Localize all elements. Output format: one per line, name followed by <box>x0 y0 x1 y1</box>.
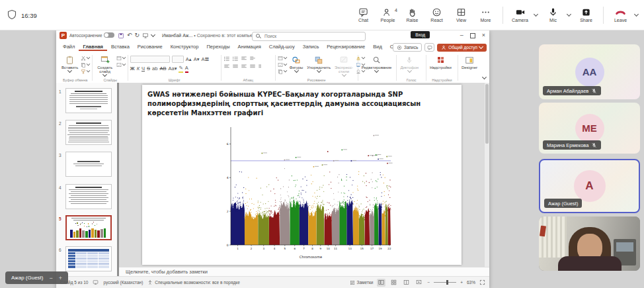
ribbon-tab-animations[interactable]: Анимация <box>234 42 265 51</box>
start-slideshow-icon[interactable] <box>142 32 149 39</box>
arrange-button[interactable]: Упорядочить <box>305 54 332 77</box>
teams-camera-chevron[interactable] <box>532 5 539 25</box>
align-left-button[interactable] <box>223 64 230 70</box>
teams-leave-button[interactable]: Leave <box>608 5 633 24</box>
align-center-button[interactable] <box>232 64 239 70</box>
teams-leave-chevron[interactable] <box>633 5 639 25</box>
slide-thumbnail-2[interactable] <box>65 120 112 145</box>
autosave-toggle[interactable] <box>104 32 114 38</box>
notes-area[interactable]: Щелкните, чтобы добавить заметки <box>119 267 489 276</box>
search-box[interactable] <box>252 32 366 41</box>
align-right-button[interactable] <box>241 64 247 70</box>
numbering-button[interactable] <box>232 56 239 62</box>
slideshow-view-button[interactable] <box>415 279 423 287</box>
change-case-button[interactable]: Аа▾ <box>168 66 177 72</box>
slide-sorter-view-button[interactable] <box>389 279 398 287</box>
teams-people-button[interactable]: People4 <box>376 5 400 24</box>
slide-thumbnail-3[interactable] <box>65 152 112 177</box>
comments-button[interactable] <box>424 43 434 52</box>
dictate-button[interactable]: Диктофон <box>399 54 420 77</box>
quick-styles-button[interactable]: Экспресс-стили <box>333 54 354 77</box>
clear-formatting-button[interactable]: A𝌆 <box>201 56 209 63</box>
paste-button[interactable]: Вставить <box>60 54 79 77</box>
teams-mic-button[interactable]: Mic <box>541 5 565 24</box>
ribbon-tab-draw[interactable]: Рисование <box>134 42 167 51</box>
layout-button[interactable] <box>116 56 126 61</box>
copy-button[interactable] <box>81 62 90 68</box>
teams-raise-button[interactable]: Raise <box>400 5 424 24</box>
ribbon-tab-transitions[interactable]: Переходы <box>202 42 233 51</box>
undo-icon[interactable]: ↶ <box>127 31 132 40</box>
zoom-out-control[interactable]: − <box>49 275 52 281</box>
normal-view-button[interactable] <box>377 279 385 287</box>
character-spacing-button[interactable]: АВ <box>159 66 166 72</box>
zoom-slider[interactable] <box>434 282 456 283</box>
close-button[interactable]: × <box>482 31 485 40</box>
ribbon-tab-review[interactable]: Рецензирование <box>323 42 369 51</box>
text-shadow-button[interactable]: ab <box>152 66 157 72</box>
document-title[interactable]: Иманбай Аж... • Сохранено в: этот компью… <box>162 33 265 38</box>
reset-button[interactable] <box>278 62 287 68</box>
ribbon-tab-home[interactable]: Главная <box>79 42 107 51</box>
teams-mic-chevron[interactable] <box>565 5 572 25</box>
designer-button[interactable]: Designer <box>460 54 479 77</box>
ribbon-tab-file[interactable]: Файл <box>59 42 79 51</box>
teams-more-button[interactable]: More <box>473 5 498 24</box>
grow-font-button[interactable]: A▴ <box>186 56 192 63</box>
teams-share-button[interactable]: Share <box>574 5 598 24</box>
ribbon-tab-design[interactable]: Конструктор <box>167 42 203 51</box>
fit-to-window-icon[interactable] <box>479 279 485 285</box>
slide-thumbnail-6[interactable] <box>65 246 112 271</box>
copy-button[interactable] <box>278 69 287 74</box>
canvas-scrollbar[interactable] <box>485 83 489 267</box>
zoom-in-button[interactable]: + <box>460 280 463 285</box>
participant-tile-3[interactable]: ААжар (Guest) <box>539 159 640 213</box>
collapse-ribbon-chevron[interactable] <box>483 70 486 81</box>
bold-button[interactable]: Ж <box>130 66 135 72</box>
language-indicator[interactable]: русский (Казахстан) <box>103 280 143 285</box>
reset-button[interactable] <box>116 62 126 68</box>
strikethrough-button[interactable]: S <box>147 66 150 72</box>
font-color-button[interactable]: А <box>185 65 188 73</box>
qat-customize-chevron[interactable] <box>151 32 155 36</box>
slide-thumbnail-4[interactable] <box>65 184 112 209</box>
save-icon[interactable] <box>118 32 124 39</box>
participant-tile-2[interactable]: МЕМарина Ермекова <box>539 103 640 154</box>
cut-button[interactable] <box>81 56 90 61</box>
minimize-button[interactable]: – <box>460 31 463 40</box>
highlight-color-button[interactable]: ✎ <box>179 65 182 73</box>
teams-camera-button[interactable]: Camera <box>508 5 532 24</box>
new-slide-button[interactable]: Создать слайд <box>95 54 114 77</box>
ribbon-tab-slideshow[interactable]: Слайд-шоу <box>265 42 299 51</box>
redo-icon[interactable]: ↻ <box>135 31 140 40</box>
bullets-button[interactable] <box>223 56 230 62</box>
editing-button[interactable]: Редактирование <box>360 54 393 77</box>
layout-button[interactable] <box>278 56 287 61</box>
italic-button[interactable]: К <box>137 66 140 72</box>
display-settings-icon[interactable] <box>93 279 99 285</box>
restore-button[interactable] <box>470 33 475 38</box>
webcam-video-tile[interactable] <box>539 216 640 271</box>
slide-thumbnail-5[interactable] <box>65 215 112 240</box>
record-button[interactable]: Запись <box>393 43 422 52</box>
reading-view-button[interactable] <box>402 279 411 287</box>
teams-chat-button[interactable]: Chat <box>351 5 376 24</box>
font-size-select[interactable] <box>172 56 184 63</box>
columns-button[interactable] <box>258 64 264 70</box>
teams-view-button[interactable]: View <box>449 5 473 24</box>
justify-button[interactable] <box>249 64 256 70</box>
share-access-button[interactable]: Общий доступ <box>437 44 487 52</box>
underline-button[interactable]: Ч <box>141 66 145 72</box>
participant-tile-1[interactable]: АААрман Абайлдаев <box>539 44 640 99</box>
accessibility-status[interactable]: Специальные возможности: все в порядке <box>147 279 239 285</box>
shapes-button[interactable]: Фигуры <box>288 54 305 77</box>
ribbon-tab-insert[interactable]: Вставка <box>107 42 134 51</box>
zoom-out-button[interactable]: − <box>427 280 430 285</box>
search-input[interactable] <box>263 33 362 39</box>
current-slide[interactable]: GWAS нәтижелері бойынша КҮРЕС–Бақылау ко… <box>142 85 462 265</box>
increase-indent-button[interactable] <box>249 56 256 62</box>
zoom-in-control[interactable]: + <box>59 275 62 281</box>
font-name-select[interactable] <box>130 56 170 63</box>
sign-in-button[interactable]: Вход <box>411 31 430 38</box>
ribbon-tab-view[interactable]: Вид <box>369 42 386 51</box>
